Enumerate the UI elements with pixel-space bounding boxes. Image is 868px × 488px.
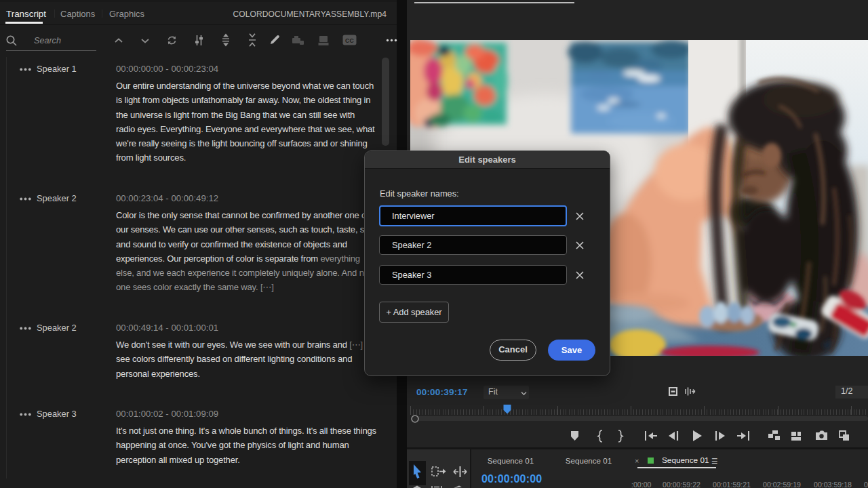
svg-text:CC: CC bbox=[345, 37, 354, 44]
